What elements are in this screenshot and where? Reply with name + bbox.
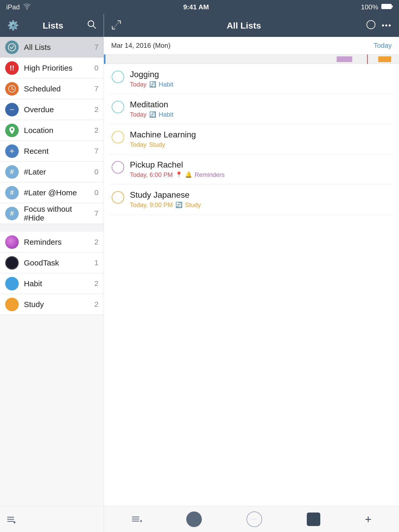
- add-list-button[interactable]: [6, 515, 16, 524]
- task-item-jogging[interactable]: Jogging Today 🔄 Habit: [109, 64, 394, 94]
- main-layout: ⚙️ Lists All Lists 7: [0, 14, 399, 532]
- content-footer: ··· +: [104, 506, 399, 532]
- dots-circle-button[interactable]: ···: [247, 511, 262, 527]
- goodtask-icon: [5, 256, 19, 270]
- task-list-pickup-rachel: Reminders: [195, 171, 225, 178]
- sidebar-item-later-home[interactable]: # #Later @Home 0: [0, 182, 104, 203]
- task-meta-meditation: Today 🔄 Habit: [130, 111, 391, 118]
- sidebar-item-reminders[interactable]: Reminders 2: [0, 232, 104, 252]
- study-icon: [5, 298, 19, 311]
- today-button[interactable]: Today: [374, 42, 392, 50]
- task-item-study-japanese[interactable]: Study Japanese Today, 9:00 PM 🔄 Study: [109, 184, 394, 215]
- task-location-icon-pickup-rachel: 📍: [175, 171, 182, 178]
- location-icon: [5, 124, 19, 137]
- later-home-icon: #: [5, 186, 19, 200]
- expand-icon[interactable]: [111, 20, 122, 31]
- later-icon: #: [5, 165, 19, 179]
- task-circle-meditation: [112, 101, 124, 113]
- svg-line-3: [93, 26, 96, 28]
- search-icon[interactable]: [87, 20, 96, 31]
- later-home-label: #Later @Home: [24, 188, 94, 197]
- task-date-meditation: Today: [130, 111, 147, 118]
- task-meta-jogging: Today 🔄 Habit: [130, 81, 391, 88]
- svg-point-8: [11, 128, 13, 130]
- reminders-icon: [5, 235, 19, 249]
- habit-icon: [5, 277, 19, 290]
- timeline-orange-segment: [378, 56, 391, 62]
- task-title-jogging: Jogging: [130, 70, 391, 79]
- svg-point-19: [367, 21, 375, 29]
- sidebar-item-overdue[interactable]: ~ Overdue 2: [0, 99, 104, 120]
- sidebar-item-all-lists[interactable]: All Lists 7: [0, 37, 104, 58]
- later-home-count: 0: [94, 189, 98, 197]
- task-title-meditation: Meditation: [130, 100, 391, 109]
- goodtask-label: GoodTask: [24, 258, 94, 267]
- sidebar-item-focus-hide[interactable]: # Focus without #Hide 7: [0, 203, 104, 224]
- task-repeat-icon-meditation: 🔄: [149, 111, 156, 118]
- timeline-blue-accent: [104, 55, 105, 64]
- timeline-red-line: [367, 55, 368, 64]
- task-meta-pickup-rachel: Today, 6:00 PM 📍 🔔 Reminders: [130, 171, 391, 178]
- status-left: iPad: [6, 3, 31, 11]
- habit-count: 2: [94, 280, 98, 288]
- task-alarm-icon-pickup-rachel: 🔔: [185, 171, 192, 178]
- timeline-purple-segment: [337, 56, 352, 62]
- timeline-bar: [104, 55, 399, 64]
- add-task-button[interactable]: +: [365, 513, 371, 526]
- menu-button[interactable]: [131, 515, 142, 523]
- svg-line-7: [12, 89, 14, 90]
- recent-icon: +: [5, 144, 19, 158]
- sidebar-item-high-priorities[interactable]: !! High Priorities 0: [0, 58, 104, 78]
- sidebar-item-later[interactable]: # #Later 0: [0, 162, 104, 182]
- task-item-meditation[interactable]: Meditation Today 🔄 Habit: [109, 94, 394, 124]
- recent-count: 7: [94, 147, 98, 155]
- content-header-actions: •••: [366, 20, 392, 31]
- task-circle-pickup-rachel: [112, 161, 124, 174]
- later-count: 0: [94, 168, 98, 176]
- task-info-jogging: Jogging Today 🔄 Habit: [130, 70, 391, 88]
- task-info-study-japanese: Study Japanese Today, 9:00 PM 🔄 Study: [130, 190, 391, 209]
- sidebar-item-study[interactable]: Study 2: [0, 294, 104, 315]
- reminders-label: Reminders: [24, 238, 94, 247]
- focus-hide-label: Focus without #Hide: [24, 205, 94, 222]
- task-circle-jogging: [112, 71, 124, 83]
- gear-icon[interactable]: ⚙️: [7, 20, 19, 31]
- focus-hide-icon: #: [5, 207, 19, 220]
- task-circle-machine-learning: [112, 131, 124, 143]
- sidebar-item-recent[interactable]: + Recent 7: [0, 141, 104, 162]
- svg-line-18: [112, 21, 121, 29]
- svg-point-4: [8, 44, 16, 51]
- content-panel: All Lists ••• Mar 14, 2016 (Mon) Today: [104, 14, 399, 532]
- overdue-label: Overdue: [24, 105, 94, 114]
- high-priorities-icon: !!: [5, 61, 19, 75]
- all-lists-count: 7: [94, 43, 98, 51]
- circle-filled-button[interactable]: [186, 511, 202, 527]
- sidebar-item-habit[interactable]: Habit 2: [0, 273, 104, 294]
- task-list-meditation: Habit: [159, 111, 173, 118]
- task-date-jogging: Today: [130, 81, 147, 88]
- task-item-pickup-rachel[interactable]: Pickup Rachel Today, 6:00 PM 📍 🔔 Reminde…: [109, 154, 394, 184]
- battery-label: 100%: [361, 3, 378, 11]
- wifi-icon: [23, 3, 31, 11]
- smart-lists: All Lists 7 !! High Priorities 0: [0, 37, 104, 506]
- study-label: Study: [24, 300, 94, 309]
- all-lists-icon: [5, 41, 19, 54]
- sidebar-item-goodtask[interactable]: GoodTask 1: [0, 252, 104, 273]
- circle-icon[interactable]: [366, 20, 376, 31]
- task-info-machine-learning: Machine Learning Today Study: [130, 130, 391, 148]
- sidebar-item-location[interactable]: Location 2: [0, 120, 104, 141]
- sidebar-header: ⚙️ Lists: [0, 14, 104, 37]
- sidebar-title: Lists: [43, 21, 63, 31]
- task-list: Jogging Today 🔄 Habit Meditation Today 🔄: [104, 64, 399, 506]
- task-repeat-icon-study-japanese: 🔄: [175, 202, 182, 208]
- date-label: Mar 14, 2016 (Mon): [111, 42, 170, 50]
- location-label: Location: [24, 126, 94, 135]
- sidebar-item-scheduled[interactable]: Scheduled 7: [0, 78, 104, 99]
- task-item-machine-learning[interactable]: Machine Learning Today Study: [109, 124, 394, 154]
- sidebar: ⚙️ Lists All Lists 7: [0, 14, 104, 532]
- square-button[interactable]: [307, 513, 320, 526]
- task-meta-study-japanese: Today, 9:00 PM 🔄 Study: [130, 201, 391, 209]
- more-icon[interactable]: •••: [382, 21, 392, 30]
- study-count: 2: [94, 300, 98, 309]
- reminders-count: 2: [94, 238, 98, 246]
